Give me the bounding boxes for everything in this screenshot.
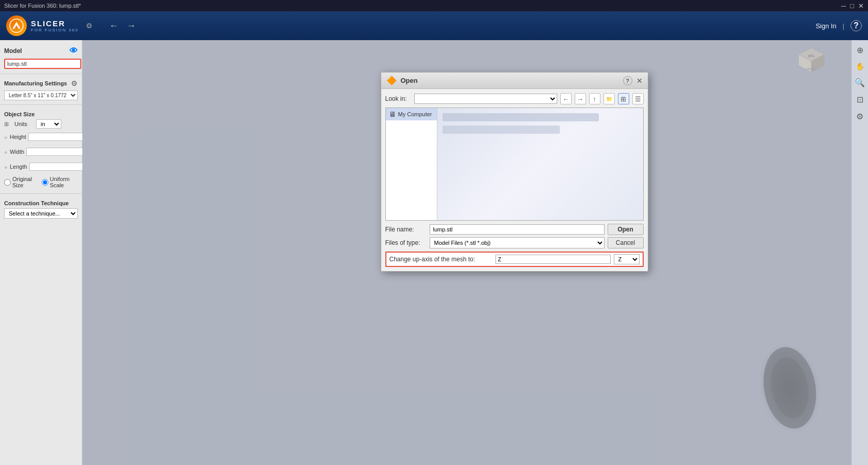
- width-row: ⬦ Width ▲ ▼: [0, 145, 82, 159]
- filename-area: File name: Open: [385, 224, 644, 235]
- maximize-btn[interactable]: □: [850, 3, 854, 9]
- cancel-btn[interactable]: Cancel: [608, 237, 644, 248]
- dialog-controls: ? ✕: [623, 76, 643, 85]
- left-nav-panel: 🖥 My Computer: [386, 108, 437, 220]
- technique-select-row: Select a technique...: [0, 207, 82, 220]
- length-label: Length: [10, 164, 27, 170]
- dialog-view-list-btn[interactable]: ⊞: [618, 93, 629, 104]
- mfg-select-row: Letter 8.5" x 11" x 0.1772": [0, 90, 82, 101]
- eye-icon: 👁: [69, 46, 78, 56]
- dialog-nav-back-btn[interactable]: ←: [560, 93, 572, 104]
- nav-item-computer-label: My Computer: [398, 111, 432, 117]
- dialog-nav-forward-btn[interactable]: →: [575, 93, 586, 104]
- model-input-row: ↺: [0, 57, 82, 70]
- lookin-row: Look in: ← → ↑ 📁 ⊞ ☰: [385, 93, 644, 104]
- original-size-label: Original Size: [12, 176, 38, 188]
- filetype-area: Files of type: Model Files (*.stl *.obj)…: [385, 237, 644, 248]
- height-label: Height: [10, 134, 26, 140]
- construction-title: Construction Technique: [0, 197, 82, 207]
- right-icon-settings[interactable]: ⚙: [856, 112, 863, 121]
- lookin-label: Look in:: [385, 95, 411, 102]
- units-select[interactable]: in mm cm: [36, 119, 61, 129]
- height-row: ⬦ Height ▲ ▼: [0, 130, 82, 145]
- logo: SLICER FOR FUSION 360 ⚙: [6, 15, 93, 36]
- uniform-scale-radio[interactable]: Uniform Scale: [42, 176, 78, 188]
- units-label: Units: [14, 121, 34, 127]
- length-row: ⬦ Length ▲ ▼: [0, 159, 82, 174]
- width-label: Width: [10, 149, 24, 155]
- dialog-help-btn[interactable]: ?: [623, 76, 632, 85]
- dialog-new-folder-btn[interactable]: 📁: [604, 93, 615, 104]
- mfg-settings-btn[interactable]: ⚙: [71, 79, 78, 87]
- scale-row: Original Size Uniform Scale: [0, 174, 82, 190]
- title-bar: Slicer for Fusion 360: lump.stl* ─ □ ✕: [0, 0, 868, 11]
- upaxis-label: Change up-axis of the mesh to:: [389, 256, 492, 263]
- sidebar: Model 👁 ↺ Manufacturing Settings ⚙ Lette…: [0, 40, 82, 465]
- sign-in-btn[interactable]: Sign In: [816, 22, 836, 30]
- filetype-select[interactable]: Model Files (*.stl *.obj): [430, 237, 605, 248]
- file-content-blur: [437, 108, 643, 220]
- open-dialog: 🔶 Open ? ✕ Look in: ← → ↑ 📁 ⊞ ☰: [381, 72, 648, 272]
- filename-input[interactable]: [430, 224, 605, 235]
- dialog-view-detail-btn[interactable]: ☰: [632, 93, 644, 104]
- upaxis-input[interactable]: [495, 255, 611, 264]
- units-icon: ⊞: [4, 121, 12, 128]
- sidebar-divider-2: [0, 104, 82, 105]
- header-settings-icon[interactable]: ⚙: [86, 22, 93, 30]
- dialog-body: Look in: ← → ↑ 📁 ⊞ ☰ 🖥 My Computer: [381, 89, 648, 271]
- model-file-input[interactable]: [4, 59, 81, 69]
- right-sidebar: ⊕ ✋ 🔍 ⊡ ⚙: [852, 40, 868, 465]
- mfg-row: Manufacturing Settings ⚙: [0, 77, 82, 90]
- header: SLICER FOR FUSION 360 ⚙ ← → Sign In | ?: [0, 11, 868, 40]
- filetype-label: Files of type:: [385, 239, 427, 246]
- original-size-radio[interactable]: Original Size: [4, 176, 38, 188]
- header-right: Sign In | ?: [816, 20, 862, 31]
- mfg-label: Manufacturing Settings: [4, 80, 67, 86]
- height-icon: ⬦: [4, 134, 8, 140]
- sidebar-divider-1: [0, 74, 82, 74]
- dialog-title: 🔶 Open: [386, 76, 418, 85]
- logo-sub-text: FOR FUSION 360: [31, 28, 79, 32]
- right-icon-zoom[interactable]: 🔍: [855, 78, 865, 87]
- nav-item-computer[interactable]: 🖥 My Computer: [386, 108, 437, 120]
- dialog-title-text: Open: [401, 77, 418, 84]
- right-file-panel[interactable]: [437, 108, 643, 220]
- dialog-close-btn[interactable]: ✕: [636, 77, 643, 85]
- window-close-btn[interactable]: ✕: [858, 3, 864, 9]
- technique-select[interactable]: Select a technique...: [4, 208, 78, 219]
- right-icon-frame[interactable]: ⊡: [857, 95, 863, 104]
- title-bar-controls: ─ □ ✕: [841, 3, 864, 9]
- model-label: Model: [4, 47, 22, 55]
- filename-label: File name:: [385, 226, 427, 233]
- sidebar-divider-3: [0, 193, 82, 194]
- uniform-scale-label: Uniform Scale: [50, 176, 78, 188]
- dialog-nav-up-btn[interactable]: ↑: [589, 93, 600, 104]
- nav-buttons: ← →: [106, 19, 139, 33]
- right-icon-hand[interactable]: ✋: [856, 62, 864, 70]
- minimize-btn[interactable]: ─: [841, 3, 846, 9]
- dialog-title-icon: 🔶: [386, 76, 397, 85]
- model-section-title: Model 👁: [0, 44, 82, 57]
- file-browser: 🖥 My Computer: [385, 108, 644, 221]
- nav-forward-btn[interactable]: →: [123, 19, 139, 33]
- logo-icon: [6, 15, 27, 36]
- title-text: Slicer for Fusion 360: lump.stl*: [4, 3, 81, 9]
- upaxis-select[interactable]: Z Y X: [614, 254, 640, 264]
- object-size-title: Object Size: [0, 108, 82, 118]
- upaxis-row: Change up-axis of the mesh to: Z Y X: [385, 252, 644, 267]
- right-icon-add[interactable]: ⊕: [857, 45, 863, 55]
- open-file-btn[interactable]: Open: [608, 224, 644, 235]
- nav-back-btn[interactable]: ←: [106, 19, 121, 33]
- dialog-titlebar: 🔶 Open ? ✕: [381, 73, 648, 89]
- width-icon: ⬦: [4, 149, 8, 155]
- header-help-btn[interactable]: ?: [851, 20, 862, 31]
- lookin-select[interactable]: [414, 94, 557, 104]
- computer-icon: 🖥: [389, 110, 396, 118]
- length-icon: ⬦: [4, 164, 8, 170]
- mfg-preset-select[interactable]: Letter 8.5" x 11" x 0.1772": [4, 91, 78, 100]
- units-row: ⊞ Units in mm cm: [0, 118, 82, 130]
- logo-main-text: SLICER: [31, 19, 79, 28]
